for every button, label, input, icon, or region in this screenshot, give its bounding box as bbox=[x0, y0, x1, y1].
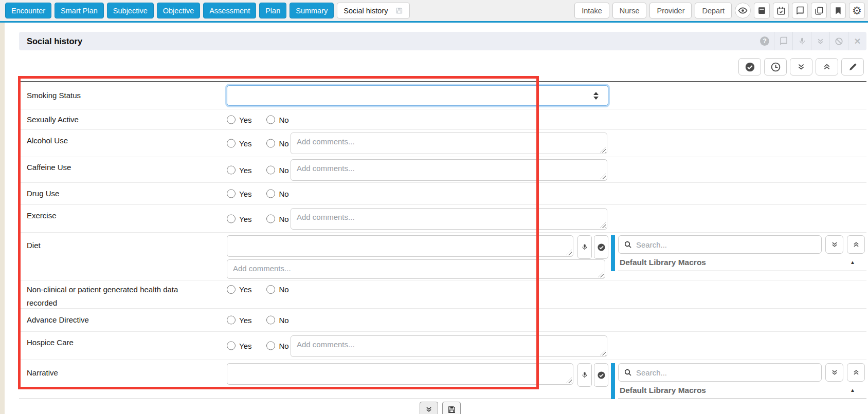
caffeine-use-yes-radio[interactable] bbox=[227, 165, 236, 174]
tab-plan[interactable]: Plan bbox=[259, 3, 286, 18]
default-library-macros-header[interactable]: Default Library Macros ▲ bbox=[618, 254, 866, 271]
tab-subjective[interactable]: Subjective bbox=[107, 3, 154, 18]
hospice-care-yes-radio[interactable] bbox=[227, 342, 236, 350]
edit-button[interactable] bbox=[841, 58, 864, 76]
narrative-textarea[interactable] bbox=[227, 363, 573, 385]
sexually-active-no-radio[interactable] bbox=[266, 115, 275, 124]
exercise-yes-radio[interactable] bbox=[227, 214, 236, 223]
expand-all-button[interactable] bbox=[790, 58, 812, 76]
diet-dictate-button[interactable] bbox=[577, 235, 592, 259]
page-left-strip bbox=[0, 23, 5, 414]
narrative-confirm-button[interactable] bbox=[594, 363, 608, 387]
settings-button[interactable]: ⚙ bbox=[849, 3, 865, 18]
book-button[interactable] bbox=[792, 3, 808, 18]
collapse-all-button[interactable] bbox=[816, 58, 838, 76]
tab-assessment[interactable]: Assessment bbox=[203, 3, 256, 18]
dictate-button[interactable] bbox=[792, 32, 811, 50]
gear-icon: ⚙ bbox=[852, 5, 862, 16]
advance-directive-no-radio[interactable] bbox=[266, 316, 275, 325]
nurse-button[interactable]: Nurse bbox=[612, 3, 647, 18]
macro-expand-button[interactable] bbox=[825, 363, 843, 382]
hospice-care-comments-textarea[interactable] bbox=[291, 335, 607, 357]
sexually-active-yes-radio[interactable] bbox=[227, 115, 236, 124]
macro-collapse-button[interactable] bbox=[847, 363, 865, 382]
bookmark-button[interactable] bbox=[830, 3, 846, 18]
drug-use-yes-radio[interactable] bbox=[227, 190, 236, 198]
macro-collapse-button[interactable] bbox=[847, 235, 865, 254]
smoking-status-select[interactable] bbox=[227, 85, 608, 106]
eye-icon bbox=[738, 6, 748, 15]
radio-label-no: No bbox=[279, 342, 288, 350]
bookmark-icon bbox=[834, 7, 842, 15]
alcohol-use-no-radio[interactable] bbox=[266, 139, 275, 148]
narrative-dictate-button[interactable] bbox=[577, 363, 592, 387]
macro-library-label: Default Library Macros bbox=[618, 386, 706, 395]
tab-encounter[interactable]: Encounter bbox=[5, 3, 51, 18]
archive-box-button[interactable] bbox=[754, 3, 770, 18]
macro-panel-accent-bar bbox=[611, 363, 615, 399]
advance-directive-yes-radio[interactable] bbox=[227, 316, 236, 325]
check-circle-icon bbox=[597, 243, 606, 252]
hospice-care-no-radio[interactable] bbox=[266, 342, 275, 350]
diet-macros-panel: Default Library Macros ▲ bbox=[611, 235, 866, 272]
tab-social-history-active[interactable]: Social history bbox=[337, 3, 409, 18]
caffeine-use-comments-textarea[interactable] bbox=[291, 159, 607, 181]
narrative-macro-searchbox bbox=[618, 363, 822, 382]
history-button[interactable] bbox=[764, 58, 787, 76]
depart-button[interactable]: Depart bbox=[695, 3, 732, 18]
disable-section-button[interactable] bbox=[829, 32, 848, 50]
field-label: Exercise bbox=[27, 209, 204, 222]
copy-button[interactable] bbox=[811, 3, 827, 18]
radio-label-no: No bbox=[279, 285, 288, 294]
collapse-section-button[interactable] bbox=[811, 32, 829, 50]
section-actions bbox=[738, 58, 864, 76]
field-label: Alcohol Use bbox=[27, 134, 204, 147]
chevron-double-up-icon bbox=[853, 241, 860, 248]
book-icon bbox=[779, 36, 788, 46]
tab-summary[interactable]: Summary bbox=[290, 3, 334, 18]
macro-library-label: Default Library Macros bbox=[618, 258, 706, 267]
top-toolbar: Encounter Smart Plan Subjective Objectiv… bbox=[0, 0, 868, 23]
drug-use-no-radio[interactable] bbox=[266, 190, 275, 198]
tab-smart-plan[interactable]: Smart Plan bbox=[55, 3, 104, 18]
field-label: Advance Directive bbox=[27, 313, 204, 327]
row-advance-directive: Advance Directive Yes No bbox=[19, 308, 866, 331]
nonclinical-yes-radio[interactable] bbox=[227, 285, 236, 294]
save-form-button[interactable] bbox=[442, 402, 461, 414]
tab-objective[interactable]: Objective bbox=[157, 3, 200, 18]
mark-reviewed-button[interactable] bbox=[738, 58, 761, 76]
field-label: Narrative bbox=[27, 366, 204, 380]
collapse-form-button[interactable] bbox=[420, 402, 438, 414]
exercise-comments-textarea[interactable] bbox=[291, 208, 607, 230]
macro-expand-button[interactable] bbox=[825, 235, 843, 254]
alcohol-use-comments-textarea[interactable] bbox=[291, 133, 607, 154]
clock-icon bbox=[770, 62, 781, 72]
social-history-form: Smoking Status Sexually Active Yes No Al… bbox=[19, 81, 866, 393]
radio-label-yes: Yes bbox=[239, 190, 251, 198]
close-section-button[interactable]: ✕ bbox=[848, 32, 866, 50]
chevron-double-down-icon bbox=[425, 406, 432, 413]
eye-button[interactable] bbox=[735, 3, 751, 18]
chevron-double-down-icon bbox=[797, 63, 805, 71]
intake-button[interactable]: Intake bbox=[574, 3, 609, 18]
diet-comments-textarea[interactable] bbox=[227, 259, 605, 279]
macro-panel-accent-bar bbox=[611, 235, 615, 271]
help-button[interactable]: ? bbox=[755, 32, 774, 50]
macro-library-button[interactable] bbox=[774, 32, 792, 50]
radio-label-yes: Yes bbox=[239, 115, 251, 124]
calendar-check-button[interactable] bbox=[773, 3, 789, 18]
search-icon bbox=[624, 368, 632, 377]
nonclinical-no-radio[interactable] bbox=[266, 285, 275, 294]
diet-textarea[interactable] bbox=[227, 235, 573, 257]
radio-label-yes: Yes bbox=[239, 316, 251, 325]
alcohol-use-yes-radio[interactable] bbox=[227, 139, 236, 148]
narrative-macro-search-input[interactable] bbox=[636, 368, 816, 377]
diet-macro-search-input[interactable] bbox=[636, 240, 816, 249]
save-icon bbox=[447, 405, 456, 414]
radio-label-yes: Yes bbox=[239, 285, 251, 294]
exercise-no-radio[interactable] bbox=[266, 214, 275, 223]
default-library-macros-header[interactable]: Default Library Macros ▲ bbox=[618, 382, 866, 399]
provider-button[interactable]: Provider bbox=[649, 3, 692, 18]
caffeine-use-no-radio[interactable] bbox=[266, 165, 275, 174]
diet-confirm-button[interactable] bbox=[594, 235, 608, 259]
